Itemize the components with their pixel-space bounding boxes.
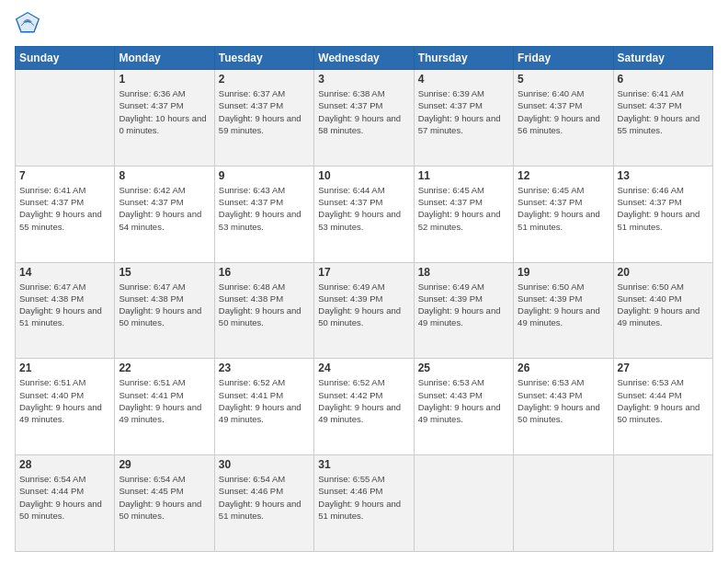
day-info: Sunrise: 6:41 AMSunset: 4:37 PMDaylight:… <box>19 184 110 233</box>
day-info: Sunrise: 6:50 AMSunset: 4:39 PMDaylight:… <box>518 281 609 329</box>
weekday-header-wednesday: Wednesday <box>314 47 414 70</box>
day-info: Sunrise: 6:55 AMSunset: 4:46 PMDaylight:… <box>318 473 409 522</box>
day-number: 25 <box>418 362 509 374</box>
day-number: 30 <box>219 458 310 471</box>
day-number: 12 <box>518 169 609 182</box>
day-info: Sunrise: 6:53 AMSunset: 4:43 PMDaylight:… <box>418 376 509 425</box>
day-number: 26 <box>518 362 609 374</box>
day-number: 24 <box>318 362 409 374</box>
day-number: 17 <box>318 266 409 279</box>
calendar-cell: 4Sunrise: 6:39 AMSunset: 4:37 PMDaylight… <box>414 70 513 167</box>
day-info: Sunrise: 6:45 AMSunset: 4:37 PMDaylight:… <box>518 184 609 233</box>
calendar-cell <box>414 455 513 552</box>
calendar-cell: 7Sunrise: 6:41 AMSunset: 4:37 PMDaylight… <box>16 166 115 262</box>
day-info: Sunrise: 6:50 AMSunset: 4:40 PMDaylight:… <box>618 281 709 329</box>
calendar-cell: 31Sunrise: 6:55 AMSunset: 4:46 PMDayligh… <box>314 455 414 552</box>
day-number: 6 <box>618 73 709 86</box>
day-info: Sunrise: 6:52 AMSunset: 4:42 PMDaylight:… <box>318 376 409 425</box>
day-number: 3 <box>318 73 409 86</box>
day-info: Sunrise: 6:37 AMSunset: 4:37 PMDaylight:… <box>219 87 310 136</box>
day-info: Sunrise: 6:36 AMSunset: 4:37 PMDaylight:… <box>119 87 210 136</box>
calendar-cell <box>16 70 115 167</box>
day-info: Sunrise: 6:51 AMSunset: 4:40 PMDaylight:… <box>19 376 110 425</box>
day-number: 23 <box>219 362 310 374</box>
calendar-cell: 29Sunrise: 6:54 AMSunset: 4:45 PMDayligh… <box>115 455 214 552</box>
day-number: 2 <box>219 73 310 86</box>
day-info: Sunrise: 6:49 AMSunset: 4:39 PMDaylight:… <box>418 281 509 329</box>
calendar-cell: 11Sunrise: 6:45 AMSunset: 4:37 PMDayligh… <box>414 166 513 262</box>
calendar-cell: 14Sunrise: 6:47 AMSunset: 4:38 PMDayligh… <box>16 262 115 359</box>
calendar-cell: 16Sunrise: 6:48 AMSunset: 4:38 PMDayligh… <box>214 262 313 359</box>
calendar-cell: 24Sunrise: 6:52 AMSunset: 4:42 PMDayligh… <box>314 359 414 455</box>
calendar-cell: 10Sunrise: 6:44 AMSunset: 4:37 PMDayligh… <box>314 166 414 262</box>
calendar-cell: 25Sunrise: 6:53 AMSunset: 4:43 PMDayligh… <box>414 359 513 455</box>
day-number: 14 <box>19 266 110 279</box>
day-number: 28 <box>19 458 110 471</box>
weekday-header-sunday: Sunday <box>16 47 115 70</box>
day-info: Sunrise: 6:39 AMSunset: 4:37 PMDaylight:… <box>418 87 509 136</box>
calendar-cell: 8Sunrise: 6:42 AMSunset: 4:37 PMDaylight… <box>115 166 214 262</box>
day-number: 11 <box>418 169 509 182</box>
logo-icon <box>15 11 40 37</box>
day-info: Sunrise: 6:53 AMSunset: 4:44 PMDaylight:… <box>618 376 709 425</box>
calendar-week-row: 7Sunrise: 6:41 AMSunset: 4:37 PMDaylight… <box>16 166 713 262</box>
day-number: 27 <box>618 362 709 374</box>
logo <box>15 11 44 37</box>
day-info: Sunrise: 6:51 AMSunset: 4:41 PMDaylight:… <box>119 376 210 425</box>
calendar-cell <box>514 455 613 552</box>
calendar-cell: 28Sunrise: 6:54 AMSunset: 4:44 PMDayligh… <box>16 455 115 552</box>
day-info: Sunrise: 6:44 AMSunset: 4:37 PMDaylight:… <box>318 184 409 233</box>
calendar-cell: 3Sunrise: 6:38 AMSunset: 4:37 PMDaylight… <box>314 70 414 167</box>
day-info: Sunrise: 6:46 AMSunset: 4:37 PMDaylight:… <box>618 184 709 233</box>
calendar-header-row: SundayMondayTuesdayWednesdayThursdayFrid… <box>16 47 713 70</box>
calendar-cell: 21Sunrise: 6:51 AMSunset: 4:40 PMDayligh… <box>16 359 115 455</box>
weekday-header-saturday: Saturday <box>613 47 712 70</box>
day-info: Sunrise: 6:47 AMSunset: 4:38 PMDaylight:… <box>119 281 210 329</box>
calendar-week-row: 14Sunrise: 6:47 AMSunset: 4:38 PMDayligh… <box>16 262 713 359</box>
day-number: 9 <box>219 169 310 182</box>
page: SundayMondayTuesdayWednesdayThursdayFrid… <box>0 0 728 563</box>
calendar-cell: 15Sunrise: 6:47 AMSunset: 4:38 PMDayligh… <box>115 262 214 359</box>
day-info: Sunrise: 6:54 AMSunset: 4:45 PMDaylight:… <box>119 473 210 522</box>
calendar-cell: 6Sunrise: 6:41 AMSunset: 4:37 PMDaylight… <box>613 70 712 167</box>
day-info: Sunrise: 6:49 AMSunset: 4:39 PMDaylight:… <box>318 281 409 329</box>
day-number: 10 <box>318 169 409 182</box>
day-number: 4 <box>418 73 509 86</box>
day-number: 8 <box>119 169 210 182</box>
calendar-week-row: 21Sunrise: 6:51 AMSunset: 4:40 PMDayligh… <box>16 359 713 455</box>
calendar-week-row: 1Sunrise: 6:36 AMSunset: 4:37 PMDaylight… <box>16 70 713 167</box>
calendar-cell: 17Sunrise: 6:49 AMSunset: 4:39 PMDayligh… <box>314 262 414 359</box>
calendar-cell: 12Sunrise: 6:45 AMSunset: 4:37 PMDayligh… <box>514 166 613 262</box>
day-info: Sunrise: 6:38 AMSunset: 4:37 PMDaylight:… <box>318 87 409 136</box>
day-number: 5 <box>518 73 609 86</box>
day-number: 29 <box>119 458 210 471</box>
calendar-cell: 23Sunrise: 6:52 AMSunset: 4:41 PMDayligh… <box>214 359 313 455</box>
day-number: 18 <box>418 266 509 279</box>
calendar-table: SundayMondayTuesdayWednesdayThursdayFrid… <box>15 46 713 552</box>
calendar-cell: 5Sunrise: 6:40 AMSunset: 4:37 PMDaylight… <box>514 70 613 167</box>
calendar-week-row: 28Sunrise: 6:54 AMSunset: 4:44 PMDayligh… <box>16 455 713 552</box>
day-number: 15 <box>119 266 210 279</box>
day-number: 22 <box>119 362 210 374</box>
calendar-cell: 18Sunrise: 6:49 AMSunset: 4:39 PMDayligh… <box>414 262 513 359</box>
weekday-header-tuesday: Tuesday <box>214 47 313 70</box>
day-number: 7 <box>19 169 110 182</box>
calendar-cell: 26Sunrise: 6:53 AMSunset: 4:43 PMDayligh… <box>514 359 613 455</box>
day-number: 21 <box>19 362 110 374</box>
day-number: 19 <box>518 266 609 279</box>
day-info: Sunrise: 6:52 AMSunset: 4:41 PMDaylight:… <box>219 376 310 425</box>
day-info: Sunrise: 6:42 AMSunset: 4:37 PMDaylight:… <box>119 184 210 233</box>
calendar-cell: 9Sunrise: 6:43 AMSunset: 4:37 PMDaylight… <box>214 166 313 262</box>
header <box>15 11 713 37</box>
calendar-cell: 27Sunrise: 6:53 AMSunset: 4:44 PMDayligh… <box>613 359 712 455</box>
day-info: Sunrise: 6:53 AMSunset: 4:43 PMDaylight:… <box>518 376 609 425</box>
weekday-header-thursday: Thursday <box>414 47 513 70</box>
day-info: Sunrise: 6:45 AMSunset: 4:37 PMDaylight:… <box>418 184 509 233</box>
day-info: Sunrise: 6:54 AMSunset: 4:46 PMDaylight:… <box>219 473 310 522</box>
day-number: 31 <box>318 458 409 471</box>
calendar-cell: 30Sunrise: 6:54 AMSunset: 4:46 PMDayligh… <box>214 455 313 552</box>
calendar-cell: 1Sunrise: 6:36 AMSunset: 4:37 PMDaylight… <box>115 70 214 167</box>
calendar-cell: 19Sunrise: 6:50 AMSunset: 4:39 PMDayligh… <box>514 262 613 359</box>
day-info: Sunrise: 6:54 AMSunset: 4:44 PMDaylight:… <box>19 473 110 522</box>
day-number: 16 <box>219 266 310 279</box>
